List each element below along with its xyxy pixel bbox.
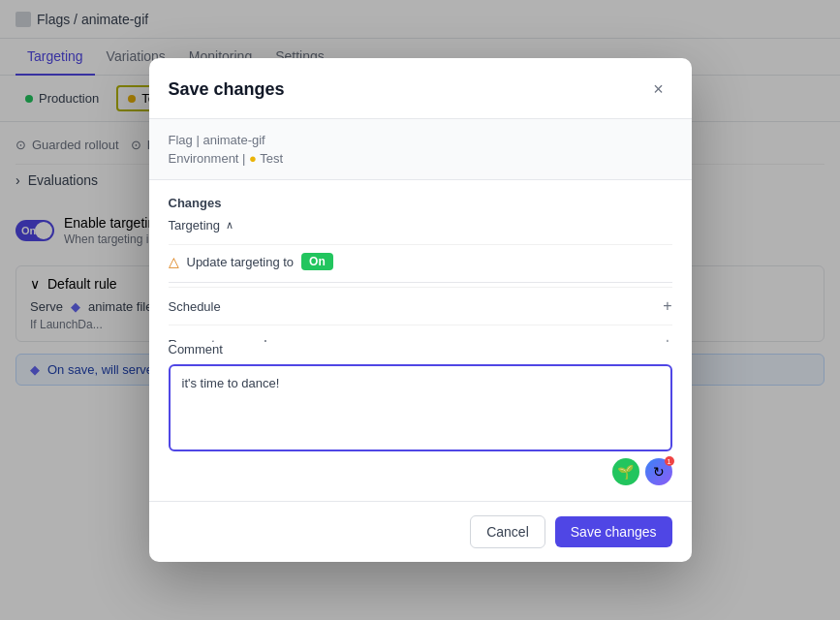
divider-1: [169, 282, 672, 283]
modal-title: Save changes: [169, 79, 285, 100]
on-badge: On: [301, 253, 333, 270]
comment-label: Comment: [169, 342, 672, 356]
modal-footer: Cancel Save changes: [149, 501, 692, 562]
schedule-plus-icon: +: [663, 297, 671, 315]
comment-icons: 🌱 ↻ 1: [169, 458, 672, 485]
update-targeting-row: △ Update targeting to On: [169, 244, 672, 278]
modal-info-block: Flag | animate-gif Environment | ● Test: [149, 118, 692, 180]
targeting-header[interactable]: Targeting ∧: [169, 218, 672, 232]
env-dot-icon: ●: [249, 151, 257, 166]
flag-value: animate-gif: [202, 133, 264, 147]
approval-row[interactable]: Request approval +: [169, 325, 672, 342]
modal-overlay: Save changes × Flag | animate-gif Enviro…: [0, 0, 840, 620]
schedule-label: Schedule: [169, 299, 221, 314]
warning-icon: △: [169, 254, 179, 269]
comment-textarea[interactable]: it's time to dance!: [169, 364, 672, 451]
flag-label: Flag: [169, 133, 193, 147]
schedule-row[interactable]: Schedule +: [169, 287, 672, 325]
update-label: Update targeting to: [187, 255, 295, 269]
targeting-section-label: Targeting: [169, 218, 220, 232]
flag-info-row: Flag | animate-gif: [169, 131, 672, 149]
modal-header: Save changes ×: [149, 58, 692, 118]
approval-plus-icon: +: [663, 335, 671, 342]
env-label: Environment: [169, 151, 239, 166]
changes-label: Changes: [169, 196, 672, 210]
close-button[interactable]: ×: [645, 76, 672, 103]
ai-refresh-icon[interactable]: ↻ 1: [645, 458, 672, 485]
env-info-row: Environment | ● Test: [169, 149, 672, 168]
comment-section: Comment it's time to dance! 🌱 ↻ 1: [149, 342, 692, 501]
notification-dot: 1: [665, 456, 674, 466]
save-changes-modal: Save changes × Flag | animate-gif Enviro…: [149, 58, 692, 562]
cancel-button[interactable]: Cancel: [470, 515, 545, 548]
chevron-up-icon: ∧: [226, 219, 233, 232]
modal-body: Changes Targeting ∧ △ Update targeting t…: [149, 180, 692, 342]
env-value: Test: [260, 151, 283, 166]
ai-assist-icon[interactable]: 🌱: [612, 458, 639, 485]
save-changes-button[interactable]: Save changes: [555, 516, 672, 547]
